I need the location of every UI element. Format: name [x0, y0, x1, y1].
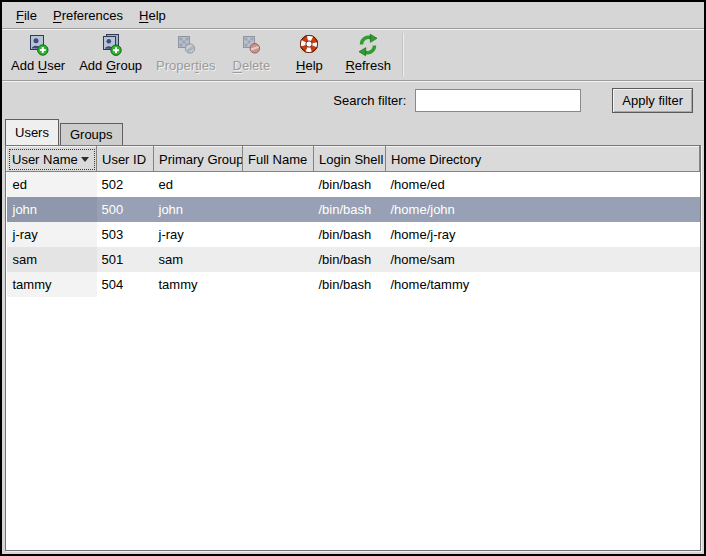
apply-filter-button[interactable]: Apply filter	[612, 88, 693, 113]
tab-groups[interactable]: Groups	[60, 123, 123, 145]
table-header-row: User Name User ID Primary Group Full Nam…	[7, 147, 700, 172]
column-header-full-name[interactable]: Full Name	[243, 147, 314, 172]
properties-icon	[174, 33, 198, 57]
toolbar-separator	[402, 33, 404, 77]
column-header-primary-group[interactable]: Primary Group	[154, 147, 243, 172]
search-filter-input[interactable]	[415, 89, 581, 112]
table-row-tammy[interactable]: tammy504tammy/bin/bash/home/tammy	[7, 272, 700, 297]
search-filter-row: Search filter: Apply filter	[2, 82, 704, 118]
add-user-icon	[26, 33, 50, 57]
column-header-home-directory[interactable]: Home Directory	[386, 147, 700, 172]
help-button[interactable]: Help	[280, 32, 338, 74]
help-label: Help	[296, 58, 323, 73]
refresh-label: Refresh	[345, 58, 391, 73]
users-table-container: User Name User ID Primary Group Full Nam…	[5, 145, 701, 551]
user-manager-window: File Preferences Help Add User	[0, 0, 706, 556]
add-group-icon	[99, 33, 123, 57]
toolbar: Add User Add Group	[2, 30, 704, 80]
column-header-login-shell[interactable]: Login Shell	[314, 147, 386, 172]
table-row-sam[interactable]: sam501sam/bin/bash/home/sam	[7, 247, 700, 272]
menubar: File Preferences Help	[2, 2, 704, 28]
tabs: Users Groups	[2, 118, 704, 145]
properties-label: Properties	[156, 58, 215, 73]
column-header-user-name[interactable]: User Name	[7, 147, 97, 172]
help-icon	[297, 33, 321, 57]
tab-users[interactable]: Users	[5, 119, 59, 145]
table-row-j-ray[interactable]: j-ray503j-ray/bin/bash/home/j-ray	[7, 222, 700, 247]
delete-icon	[239, 33, 263, 57]
users-table: User Name User ID Primary Group Full Nam…	[6, 146, 700, 297]
add-group-label: Add Group	[79, 58, 142, 73]
table-row-ed[interactable]: ed502ed/bin/bash/home/ed	[7, 172, 700, 197]
add-group-button[interactable]: Add Group	[72, 32, 149, 74]
refresh-icon	[356, 33, 380, 57]
table-row-john-selected[interactable]: john500john/bin/bash/home/john	[7, 197, 700, 222]
add-user-label: Add User	[11, 58, 65, 73]
menu-file[interactable]: File	[8, 5, 45, 26]
properties-button: Properties	[149, 32, 222, 74]
search-filter-label: Search filter:	[333, 93, 406, 108]
refresh-button[interactable]: Refresh	[338, 32, 398, 74]
delete-label: Delete	[233, 58, 271, 73]
add-user-button[interactable]: Add User	[4, 32, 72, 74]
delete-button: Delete	[222, 32, 280, 74]
column-header-user-id[interactable]: User ID	[97, 147, 154, 172]
menu-preferences[interactable]: Preferences	[45, 5, 131, 26]
sort-descending-icon	[81, 157, 89, 162]
menu-help[interactable]: Help	[131, 5, 174, 26]
